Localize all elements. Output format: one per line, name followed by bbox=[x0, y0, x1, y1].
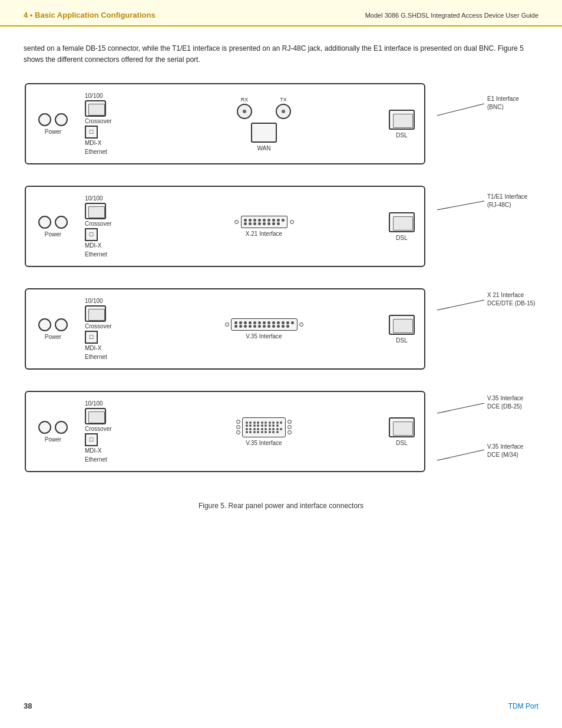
eth-label-3: Ethernet bbox=[85, 354, 107, 360]
mdix-label-3: MDI-X bbox=[85, 345, 101, 351]
power-label-3: Power bbox=[45, 334, 61, 340]
ethernet-speed-3: 10/100 bbox=[85, 298, 103, 304]
db25-body-4 bbox=[236, 417, 292, 437]
crossover-label-4: Crossover bbox=[85, 426, 112, 432]
page-header: 4 • Basic Application Configurations Mod… bbox=[0, 0, 562, 27]
svg-text:V.35 Interface: V.35 Interface bbox=[487, 395, 524, 401]
x21-connector-2: X.21 Interface bbox=[234, 216, 294, 237]
figure-caption: Figure 5. Rear panel power and interface… bbox=[25, 502, 537, 510]
power-circle-1b bbox=[55, 113, 68, 126]
svg-line-0 bbox=[437, 104, 484, 116]
mdix-label-2: MDI-X bbox=[85, 242, 101, 249]
interface-label-3: V.35 Interface bbox=[246, 333, 282, 340]
db15-end-left-3 bbox=[225, 322, 229, 327]
bnc-rx-1: RX bbox=[237, 97, 252, 119]
db15-body-3 bbox=[225, 318, 303, 331]
dsl-port-4 bbox=[389, 417, 415, 437]
wan-interface-1: RX TX WAN bbox=[237, 97, 291, 151]
x21-row1-2 bbox=[244, 219, 285, 222]
dsl-section-3: DSL bbox=[389, 315, 415, 344]
interface-section-4: V.35 Interface bbox=[148, 417, 379, 446]
db25-row3-4 bbox=[246, 428, 283, 430]
dsl-label-1: DSL bbox=[396, 132, 407, 139]
db25-corner-ml bbox=[236, 425, 240, 429]
x21-end-pin-right-2 bbox=[290, 220, 294, 224]
svg-text:DCE (M/34): DCE (M/34) bbox=[487, 452, 518, 458]
power-circle-1a bbox=[38, 113, 51, 126]
db25-row4-4 bbox=[246, 431, 283, 433]
ethernet-port-3 bbox=[85, 305, 106, 322]
power-connectors-4 bbox=[38, 421, 68, 434]
page-body: sented on a female DB-15 connector, whil… bbox=[0, 27, 562, 544]
ethernet-section-1: 10/100 Crossover ☐ MDI-X Ethernet bbox=[85, 93, 138, 155]
eth-label-1: Ethernet bbox=[85, 149, 107, 155]
power-circle-4a bbox=[38, 421, 51, 434]
svg-text:X 21 Interface: X 21 Interface bbox=[487, 292, 524, 298]
eth-label-4: Ethernet bbox=[85, 456, 107, 463]
power-label-2: Power bbox=[45, 231, 61, 238]
doc-title: Model 3086 G.SHDSL Integrated Access Dev… bbox=[365, 12, 538, 19]
db15-end-right-3 bbox=[299, 322, 303, 327]
panel-1: Power 10/100 Crossover ☐ MDI-X Ethernet bbox=[25, 83, 425, 164]
page-footer: 38 TDM Port bbox=[0, 696, 562, 716]
power-connectors-3 bbox=[38, 318, 68, 331]
db25-corner-tl bbox=[236, 420, 240, 424]
dsl-section-4: DSL bbox=[389, 417, 415, 446]
chapter-title: 4 • Basic Application Configurations bbox=[24, 11, 156, 19]
db25-corner-mr bbox=[287, 425, 292, 429]
db25-row2-4 bbox=[246, 424, 283, 427]
crossover-switch-1: ☐ bbox=[85, 126, 98, 139]
dsl-label-2: DSL bbox=[396, 235, 407, 241]
mdix-label-4: MDI-X bbox=[85, 447, 101, 454]
power-connectors-2 bbox=[38, 216, 68, 229]
interface-label-2: X.21 Interface bbox=[246, 230, 282, 237]
panel-1-inner: Power 10/100 Crossover ☐ MDI-X Ethernet bbox=[35, 93, 415, 155]
svg-text:E1 Interface: E1 Interface bbox=[487, 95, 519, 102]
db15-row1-3 bbox=[234, 321, 294, 324]
ethernet-port-2 bbox=[85, 203, 106, 219]
dsl-label-3: DSL bbox=[396, 337, 407, 344]
x21-body-2 bbox=[234, 216, 294, 228]
dsl-label-4: DSL bbox=[396, 440, 407, 446]
power-label-1: Power bbox=[45, 129, 61, 135]
crossover-switch-2: ☐ bbox=[85, 228, 98, 241]
svg-text:V.35 Interface: V.35 Interface bbox=[487, 443, 524, 450]
bnc-tx-circle bbox=[276, 104, 291, 119]
crossover-switch-3: ☐ bbox=[85, 331, 98, 344]
interface-section-3: V.35 Interface bbox=[148, 318, 379, 340]
dsl-port-2 bbox=[389, 212, 415, 232]
mdix-label-1: MDI-X bbox=[85, 140, 101, 146]
ethernet-speed-2: 10/100 bbox=[85, 195, 103, 202]
wan-label-1: WAN bbox=[257, 145, 271, 151]
svg-line-14 bbox=[437, 450, 484, 460]
footer-right: TDM Port bbox=[508, 702, 538, 710]
power-circle-3a bbox=[38, 318, 51, 331]
power-section-4: Power bbox=[35, 421, 71, 443]
db25-corner-tr bbox=[287, 420, 292, 424]
db25-corner-br bbox=[287, 430, 292, 434]
db25-corner-bl bbox=[236, 430, 240, 434]
svg-text:(BNC): (BNC) bbox=[487, 104, 504, 110]
ethernet-port-4 bbox=[85, 408, 106, 424]
bnc-rx-circle bbox=[237, 104, 252, 119]
svg-line-3 bbox=[437, 201, 484, 210]
panel-3-inner: Power 10/100 Crossover ☐ MDI-X Ethernet bbox=[35, 298, 415, 360]
x21-pin-block-2 bbox=[241, 216, 287, 228]
dsl-section-2: DSL bbox=[389, 212, 415, 241]
panel-2: Power 10/100 Crossover ☐ MDI-X Ethernet bbox=[25, 186, 425, 267]
v35-db25-4: V.35 Interface bbox=[236, 417, 292, 446]
svg-text:DCE/DTE (DB-15): DCE/DTE (DB-15) bbox=[487, 300, 535, 307]
diagram-area: E1 Interface (BNC) T1/E1 Interface (RJ-4… bbox=[25, 83, 537, 510]
power-section-1: Power bbox=[35, 113, 71, 135]
crossover-label-2: Crossover bbox=[85, 220, 112, 227]
power-circle-2a bbox=[38, 216, 51, 229]
dsl-port-3 bbox=[389, 315, 415, 335]
bnc-tx-label: TX bbox=[280, 97, 287, 103]
bnc-tx-1: TX bbox=[276, 97, 291, 119]
ethernet-speed-1: 10/100 bbox=[85, 93, 103, 99]
dsl-section-1: DSL bbox=[389, 110, 415, 139]
power-section-2: Power bbox=[35, 216, 71, 238]
svg-line-6 bbox=[437, 300, 484, 310]
dsl-port-1 bbox=[389, 110, 415, 130]
power-circle-3b bbox=[55, 318, 68, 331]
